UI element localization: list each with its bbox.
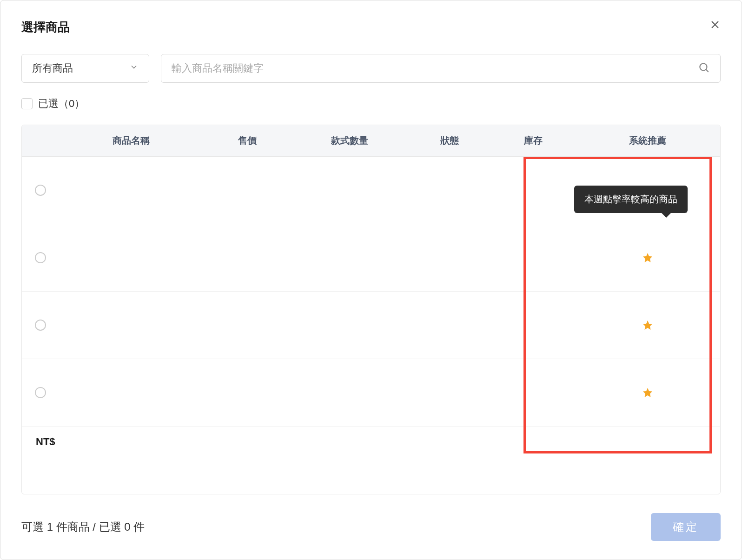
row-radio[interactable] xyxy=(35,320,46,331)
filter-row: 所有商品 xyxy=(21,54,721,83)
star-icon xyxy=(575,252,720,263)
confirm-button[interactable]: 確定 xyxy=(651,513,721,541)
th-name: 商品名稱 xyxy=(59,134,203,147)
table-row xyxy=(22,292,720,359)
table-row xyxy=(22,224,720,292)
product-table: 商品名稱 售價 款式數量 狀態 庫存 系統推薦 本週點擊率較高的商品 xyxy=(21,125,721,494)
search-input[interactable] xyxy=(172,62,698,74)
table-row-partial: NT$ xyxy=(22,427,720,445)
th-price: 售價 xyxy=(203,134,292,147)
modal-header: 選擇商品 xyxy=(21,19,721,35)
modal-title: 選擇商品 xyxy=(21,19,70,35)
search-icon[interactable] xyxy=(698,61,710,75)
close-button[interactable] xyxy=(709,19,721,30)
svg-line-3 xyxy=(706,69,708,72)
select-product-modal: 選擇商品 所有商品 已選（0） 商品名稱 售價 款式數量 狀態 xyxy=(0,0,742,560)
category-selected-label: 所有商品 xyxy=(32,61,73,75)
row-radio[interactable] xyxy=(35,252,46,263)
chevron-down-icon xyxy=(129,62,139,74)
search-input-wrap xyxy=(161,54,721,83)
svg-marker-7 xyxy=(643,388,652,397)
table-body: 本週點擊率較高的商品 xyxy=(22,157,720,445)
svg-marker-6 xyxy=(643,320,652,330)
table-header: 商品名稱 售價 款式數量 狀態 庫存 系統推薦 xyxy=(22,125,720,157)
star-icon xyxy=(575,320,720,331)
selection-status: 可選 1 件商品 / 已選 0 件 xyxy=(21,520,145,534)
selected-count-label: 已選（0） xyxy=(38,97,85,111)
row-radio[interactable] xyxy=(35,387,46,398)
svg-marker-5 xyxy=(643,253,652,262)
th-qty: 款式數量 xyxy=(292,134,408,147)
close-icon xyxy=(709,19,721,30)
selected-checkbox[interactable] xyxy=(21,98,33,109)
th-stock: 庫存 xyxy=(491,134,575,147)
modal-footer: 可選 1 件商品 / 已選 0 件 確定 xyxy=(21,494,721,541)
th-recommend: 系統推薦 xyxy=(575,134,720,147)
category-select[interactable]: 所有商品 xyxy=(21,54,149,83)
selected-filter: 已選（0） xyxy=(21,97,721,111)
svg-point-2 xyxy=(700,63,707,70)
star-icon xyxy=(575,387,720,398)
th-status: 狀態 xyxy=(408,134,491,147)
recommend-tooltip: 本週點擊率較高的商品 xyxy=(574,186,688,213)
th-check xyxy=(22,134,59,147)
row-radio[interactable] xyxy=(35,185,46,196)
table-row xyxy=(22,359,720,427)
partial-price-prefix: NT$ xyxy=(36,436,55,445)
